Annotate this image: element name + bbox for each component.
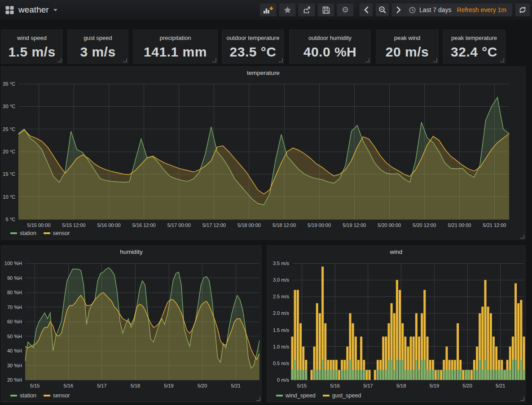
- dashboard-menu[interactable]: weather: [5, 0, 57, 20]
- stat-title[interactable]: wind speed: [1, 35, 62, 41]
- svg-text:5/18 12:00: 5/18 12:00: [273, 222, 296, 228]
- svg-text:5/17 12:00: 5/17 12:00: [202, 222, 226, 228]
- svg-text:5/15 00:00: 5/15 00:00: [27, 222, 51, 228]
- resize-handle[interactable]: [57, 58, 62, 62]
- svg-text:20 °C: 20 °C: [3, 149, 15, 154]
- humidity-chart[interactable]: 100 %H90 %H80 %H70 %H60 %H50 %H40 %H30 %…: [1, 246, 262, 403]
- stat-title[interactable]: precipitation: [133, 35, 217, 41]
- stat-value: 20 m/s: [376, 44, 438, 60]
- legend-item-station[interactable]: station: [10, 230, 36, 236]
- humidity-panel: humidity 100 %H90 %H80 %H70 %H60 %H50 %H…: [1, 245, 262, 402]
- svg-text:100 %H: 100 %H: [4, 261, 22, 266]
- wind-chart[interactable]: 3.5 m/s3.0 m/s2.5 m/s2.0 m/s1.5 m/s1.0 m…: [267, 246, 526, 403]
- svg-text:1.0 m/s: 1.0 m/s: [273, 344, 290, 349]
- add-panel-button[interactable]: [259, 3, 277, 17]
- resize-handle[interactable]: [500, 58, 504, 62]
- stat-panel-peak-temperature: peak temperature 32.4 °C: [443, 30, 506, 64]
- legend: wind_speed gust_speed: [276, 392, 361, 399]
- dashboard-toolbar: ⚙: [259, 3, 354, 17]
- panel-title[interactable]: humidity: [1, 248, 261, 255]
- svg-text:40 %H: 40 %H: [7, 348, 22, 353]
- refresh-icon: [519, 6, 527, 14]
- svg-text:5/17: 5/17: [97, 383, 106, 388]
- refresh-button[interactable]: [515, 3, 530, 17]
- resize-handle[interactable]: [123, 58, 127, 62]
- svg-text:70 %H: 70 %H: [7, 305, 22, 310]
- resize-handle[interactable]: [520, 397, 524, 401]
- svg-text:5/20 12:00: 5/20 12:00: [413, 222, 436, 228]
- svg-text:0 m/s: 0 m/s: [277, 377, 289, 383]
- panel-title[interactable]: temperature: [1, 70, 525, 76]
- legend-swatch: [276, 395, 283, 396]
- svg-text:5/20: 5/20: [462, 383, 472, 388]
- legend-item-wind-speed[interactable]: wind_speed: [276, 392, 316, 399]
- navbar: weather: [0, 0, 532, 20]
- dashboard-title: weather: [18, 5, 49, 15]
- time-back-button[interactable]: [359, 3, 373, 17]
- svg-text:60 %H: 60 %H: [7, 319, 22, 324]
- stat-panel-gust-speed: gust speed 3 m/s: [67, 30, 128, 64]
- stat-panel-outdoor-humidity: outdoor humidity 40.0 %H: [289, 30, 371, 64]
- panel-title[interactable]: wind: [267, 248, 525, 255]
- share-button[interactable]: [298, 3, 315, 17]
- share-icon: [303, 6, 311, 14]
- wind-panel: wind 3.5 m/s3.0 m/s2.5 m/s2.0 m/s1.5 m/s…: [267, 245, 526, 402]
- legend: station sensor: [10, 392, 70, 399]
- stat-title[interactable]: peak temperature: [443, 35, 505, 41]
- stat-title[interactable]: gust speed: [68, 35, 128, 41]
- legend-label: station: [20, 230, 36, 236]
- legend-item-sensor[interactable]: sensor: [44, 230, 70, 236]
- resize-handle[interactable]: [365, 58, 369, 62]
- svg-text:5/16: 5/16: [330, 383, 340, 388]
- resize-handle[interactable]: [256, 397, 260, 401]
- legend-item-station[interactable]: station: [10, 392, 36, 399]
- resize-handle[interactable]: [520, 235, 524, 239]
- chevron-down-icon: [53, 9, 57, 11]
- stat-value: 40.0 %H: [290, 44, 370, 60]
- settings-button[interactable]: ⚙: [337, 3, 354, 17]
- svg-text:5/17 00:00: 5/17 00:00: [167, 222, 191, 228]
- svg-text:5/19: 5/19: [164, 383, 173, 388]
- resize-handle[interactable]: [433, 58, 437, 62]
- svg-text:1.5 m/s: 1.5 m/s: [273, 327, 290, 333]
- time-range-picker[interactable]: Last 7 days Refresh every 1m: [403, 3, 513, 17]
- save-icon: [322, 6, 330, 14]
- svg-text:50 %H: 50 %H: [7, 334, 22, 339]
- legend-swatch: [10, 395, 17, 396]
- stat-panel-precipitation: precipitation 141.1 mm: [133, 30, 218, 64]
- zoom-out-button[interactable]: [375, 3, 389, 17]
- stat-title[interactable]: outdoor humidity: [290, 35, 370, 41]
- resize-handle[interactable]: [279, 58, 283, 62]
- temperature-chart[interactable]: 35 °C30 °C25 °C20 °C15 °C10 °C5 °C5/15 0…: [1, 67, 526, 240]
- legend-label: station: [20, 392, 36, 399]
- svg-text:0.5 m/s: 0.5 m/s: [273, 361, 290, 366]
- svg-text:5/21: 5/21: [496, 383, 505, 388]
- stat-title[interactable]: outdoor temperature: [222, 35, 284, 41]
- refresh-interval-label: Refresh every 1m: [457, 6, 506, 13]
- legend-swatch: [44, 395, 50, 396]
- stat-title[interactable]: peak wind: [376, 35, 438, 41]
- legend-item-gust-speed[interactable]: gust_speed: [323, 392, 361, 399]
- stat-panel-outdoor-temperature: outdoor temperature 23.5 °C: [222, 30, 284, 64]
- svg-text:5/20: 5/20: [198, 383, 207, 388]
- svg-text:3.5 m/s: 3.5 m/s: [273, 261, 290, 266]
- svg-text:5/21 00:00: 5/21 00:00: [448, 222, 471, 228]
- stat-value: 1.5 m/s: [1, 44, 62, 60]
- star-button[interactable]: [279, 3, 296, 17]
- svg-text:15 °C: 15 °C: [3, 171, 15, 177]
- resize-handle[interactable]: [212, 58, 216, 62]
- stat-panel-wind-speed: wind speed 1.5 m/s: [1, 30, 63, 64]
- stat-value: 32.4 °C: [443, 44, 505, 60]
- svg-text:5/16: 5/16: [64, 383, 73, 388]
- svg-text:5/18: 5/18: [131, 383, 140, 388]
- legend-item-sensor[interactable]: sensor: [44, 392, 70, 399]
- svg-text:5/19 12:00: 5/19 12:00: [343, 222, 366, 228]
- svg-text:5/19: 5/19: [430, 383, 439, 388]
- gear-icon: ⚙: [342, 6, 349, 14]
- svg-text:20 %H: 20 %H: [7, 377, 22, 383]
- save-button[interactable]: [317, 3, 334, 17]
- svg-text:5/21: 5/21: [231, 383, 240, 388]
- add-panel-icon: [263, 6, 273, 14]
- chevron-left-icon: [364, 6, 369, 13]
- svg-text:10 °C: 10 °C: [3, 194, 15, 200]
